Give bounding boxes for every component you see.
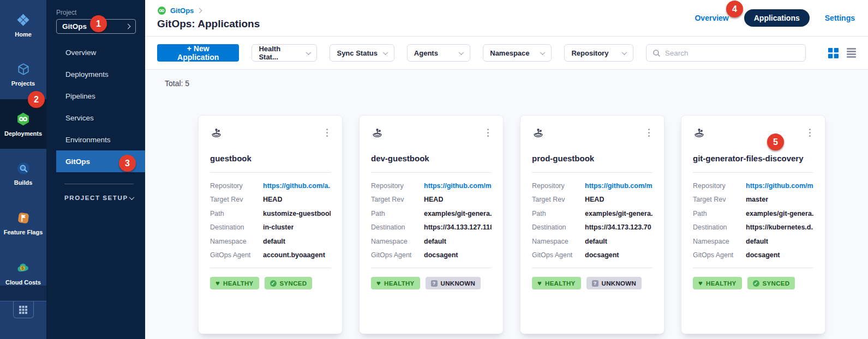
field-label: Path bbox=[210, 210, 263, 217]
card-menu-button[interactable] bbox=[645, 127, 653, 138]
chevron-right-icon bbox=[197, 8, 202, 14]
divider bbox=[210, 172, 331, 173]
health-status-badge: ♥HEALTHY bbox=[371, 277, 420, 289]
field-value: https://kubernetes.d... bbox=[746, 223, 813, 231]
module-picker-button[interactable] bbox=[13, 301, 34, 318]
repository-link[interactable]: https://github.com/m... bbox=[746, 182, 813, 190]
filter-sync-status[interactable]: Sync Status bbox=[330, 44, 394, 62]
rail-spacer bbox=[0, 286, 46, 301]
list-view-icon[interactable] bbox=[847, 48, 856, 58]
search-box bbox=[646, 44, 806, 62]
application-fields: Repositoryhttps://github.com/a... Target… bbox=[210, 179, 331, 262]
home-diamond-icon bbox=[16, 13, 31, 27]
filter-health-status[interactable]: Health Stat... bbox=[252, 44, 317, 62]
cloud-dollar-icon: $ bbox=[16, 261, 31, 275]
check-icon: ✓ bbox=[270, 280, 277, 287]
filter-namespace[interactable]: Namespace bbox=[483, 44, 552, 62]
module-rail: Home Projects Deployments Builds bbox=[0, 0, 46, 339]
chevron-right-icon bbox=[125, 24, 131, 29]
application-card-dev-guestbook[interactable]: dev-guestbook Repositoryhttps://github.c… bbox=[359, 115, 504, 334]
module-feature-flags[interactable]: Feature Flags bbox=[0, 198, 46, 248]
heart-icon: ♥ bbox=[698, 280, 703, 287]
field-label: Repository bbox=[210, 182, 263, 190]
filter-label: Sync Status bbox=[337, 49, 377, 57]
status-badges: ♥HEALTHY ✓SYNCED bbox=[210, 277, 331, 289]
application-name: git-generator-files-discovery bbox=[693, 154, 813, 163]
heart-icon: ♥ bbox=[376, 280, 381, 287]
cd-hexagon-icon bbox=[16, 112, 31, 126]
grid-view-icon[interactable] bbox=[828, 48, 839, 58]
heart-icon: ♥ bbox=[215, 280, 220, 287]
field-label: GitOps Agent bbox=[532, 251, 585, 259]
breadcrumb-gitops-link[interactable]: GitOps bbox=[170, 7, 194, 15]
sidebar-item-pipelines[interactable]: Pipelines bbox=[56, 85, 145, 107]
cube-icon bbox=[16, 62, 31, 76]
tab-overview[interactable]: Overview bbox=[695, 14, 728, 22]
field-value: docsagent bbox=[585, 251, 619, 259]
sidebar-menu: Overview Deployments Pipelines Services … bbox=[46, 41, 145, 172]
divider bbox=[693, 172, 813, 173]
search-input[interactable] bbox=[665, 49, 799, 57]
divider bbox=[693, 268, 813, 268]
gitops-applications-screen: Home Projects Deployments Builds bbox=[0, 0, 868, 339]
repository-link[interactable]: https://github.com/a... bbox=[263, 182, 331, 190]
application-card-prod-guestbook[interactable]: prod-guestbook Repositoryhttps://github.… bbox=[520, 115, 665, 334]
tab-applications[interactable]: Applications bbox=[744, 9, 810, 27]
application-icon bbox=[532, 127, 544, 140]
filter-label: Agents bbox=[414, 49, 438, 57]
gitops-green-icon bbox=[157, 6, 166, 15]
chevron-down-icon bbox=[382, 50, 388, 55]
chevron-down-icon bbox=[459, 50, 464, 55]
field-label: Namespace bbox=[210, 238, 263, 245]
module-label: Cloud Costs bbox=[5, 279, 41, 286]
grid-icon bbox=[19, 306, 27, 314]
sidebar-item-services[interactable]: Services bbox=[56, 107, 145, 129]
divider bbox=[371, 268, 492, 268]
module-builds[interactable]: Builds bbox=[0, 149, 46, 198]
field-value: examples/git-genera... bbox=[746, 210, 813, 217]
breadcrumb: GitOps bbox=[157, 6, 201, 15]
new-application-button[interactable]: + New Application bbox=[157, 44, 239, 62]
field-label: Repository bbox=[532, 182, 585, 190]
project-setup-label: PROJECT SETUP bbox=[64, 195, 128, 201]
project-label: Project bbox=[56, 9, 76, 16]
flag-icon bbox=[16, 211, 31, 225]
field-value: default bbox=[263, 238, 285, 245]
tab-settings[interactable]: Settings bbox=[825, 14, 855, 22]
field-value: https://34.133.127.118 bbox=[424, 223, 492, 231]
repository-link[interactable]: https://github.com/m... bbox=[585, 182, 653, 190]
sidebar-item-environments[interactable]: Environments bbox=[56, 129, 145, 150]
sidebar-item-overview[interactable]: Overview bbox=[56, 41, 145, 63]
card-menu-button[interactable] bbox=[484, 127, 492, 138]
card-menu-button[interactable] bbox=[324, 127, 331, 138]
application-card-guestbook[interactable]: guestbook Repositoryhttps://github.com/a… bbox=[198, 115, 343, 334]
field-label: Namespace bbox=[693, 238, 746, 245]
field-value: docsagent bbox=[746, 251, 780, 259]
application-fields: Repositoryhttps://github.com/m... Target… bbox=[532, 179, 653, 262]
annotation-marker-2: 2 bbox=[28, 91, 45, 108]
filter-repository[interactable]: Repository bbox=[564, 44, 633, 62]
field-label: Target Rev bbox=[532, 196, 585, 203]
application-icon bbox=[693, 127, 705, 140]
field-value: master bbox=[746, 196, 768, 203]
ci-magnifier-icon bbox=[16, 161, 31, 175]
field-label: GitOps Agent bbox=[371, 251, 424, 259]
module-label: Builds bbox=[14, 179, 33, 186]
annotation-marker-1: 1 bbox=[90, 15, 107, 32]
application-card-git-generator-files-discovery[interactable]: git-generator-files-discovery Repository… bbox=[681, 115, 825, 334]
field-value: docsagent bbox=[424, 251, 458, 259]
module-home[interactable]: Home bbox=[0, 0, 46, 50]
repository-link[interactable]: https://github.com/m... bbox=[424, 182, 492, 190]
module-label: Deployments bbox=[4, 130, 42, 137]
module-label: Home bbox=[15, 31, 32, 38]
filter-agents[interactable]: Agents bbox=[407, 44, 470, 62]
sidebar-item-deployments[interactable]: Deployments bbox=[56, 63, 145, 85]
field-label: Destination bbox=[210, 223, 263, 231]
project-setup-section[interactable]: PROJECT SETUP bbox=[64, 195, 134, 201]
field-label: GitOps Agent bbox=[693, 251, 746, 259]
field-label: Repository bbox=[693, 182, 746, 190]
field-value: default bbox=[424, 238, 446, 245]
field-value: account.byoaagent bbox=[263, 251, 325, 259]
card-menu-button[interactable] bbox=[806, 127, 813, 138]
filter-label: Repository bbox=[571, 49, 608, 57]
